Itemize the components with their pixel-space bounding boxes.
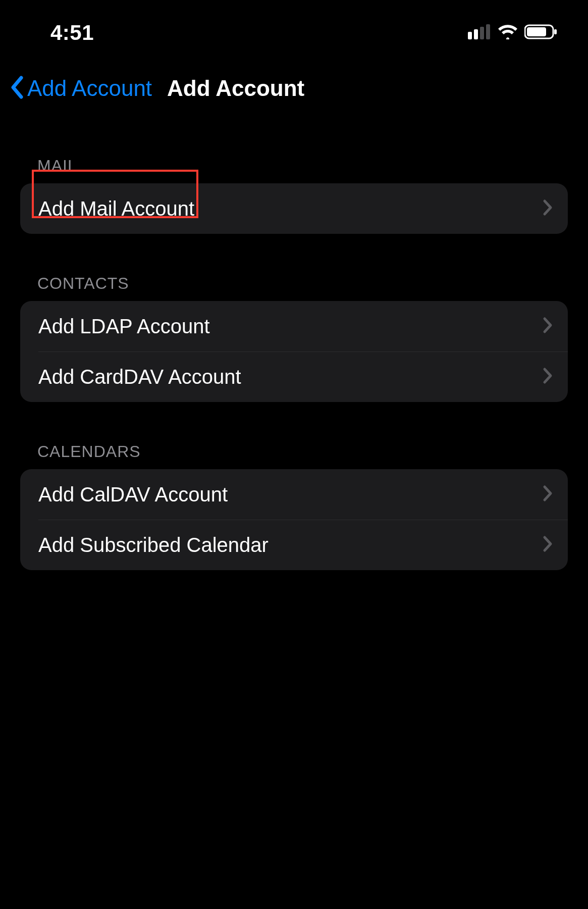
chevron-left-icon xyxy=(10,76,24,101)
row-add-caldav-account[interactable]: Add CalDAV Account xyxy=(20,469,568,520)
group-contacts: Add LDAP Account Add CardDAV Account xyxy=(20,301,568,402)
page-title: Add Account xyxy=(167,76,304,101)
content: MAIL Add Mail Account CONTACTS Add LDAP … xyxy=(0,106,588,570)
row-add-mail-account[interactable]: Add Mail Account xyxy=(20,183,568,234)
status-icons xyxy=(468,24,558,41)
chevron-right-icon xyxy=(543,535,553,554)
row-label: Add Subscribed Calendar xyxy=(38,534,543,557)
chevron-right-icon xyxy=(543,485,553,504)
svg-rect-5 xyxy=(527,27,546,36)
section-header-mail: MAIL xyxy=(20,106,568,183)
chevron-right-icon xyxy=(543,367,553,386)
back-button[interactable]: Add Account xyxy=(10,76,152,101)
row-add-carddav-account[interactable]: Add CardDAV Account xyxy=(20,351,568,402)
group-mail: Add Mail Account xyxy=(20,183,568,234)
row-label: Add LDAP Account xyxy=(38,315,543,338)
wifi-icon xyxy=(497,24,518,41)
svg-rect-6 xyxy=(554,29,557,34)
row-add-ldap-account[interactable]: Add LDAP Account xyxy=(20,301,568,351)
back-button-label: Add Account xyxy=(27,76,152,101)
row-label: Add Mail Account xyxy=(38,197,543,220)
row-add-subscribed-calendar[interactable]: Add Subscribed Calendar xyxy=(20,520,568,570)
status-time: 4:51 xyxy=(50,21,94,45)
cellular-icon xyxy=(468,24,491,41)
svg-rect-0 xyxy=(468,32,472,39)
section-header-contacts: CONTACTS xyxy=(20,234,568,301)
chevron-right-icon xyxy=(543,317,553,336)
battery-icon xyxy=(524,24,558,41)
status-bar: 4:51 xyxy=(0,0,588,50)
nav-bar: Add Account Add Account xyxy=(0,50,588,106)
chevron-right-icon xyxy=(543,199,553,218)
svg-rect-1 xyxy=(474,29,478,39)
row-label: Add CardDAV Account xyxy=(38,366,543,388)
section-header-calendars: CALENDARS xyxy=(20,402,568,469)
svg-rect-2 xyxy=(480,27,484,39)
row-label: Add CalDAV Account xyxy=(38,483,543,506)
svg-rect-3 xyxy=(486,24,490,39)
group-calendars: Add CalDAV Account Add Subscribed Calend… xyxy=(20,469,568,570)
